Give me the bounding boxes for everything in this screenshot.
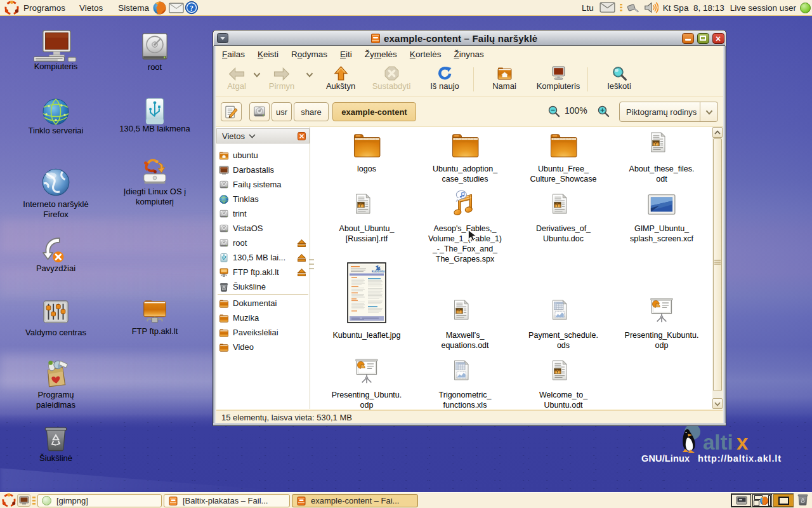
svg-text:GNU/Linux: GNU/Linux xyxy=(641,453,690,464)
svg-text:alti: alti xyxy=(703,431,733,454)
svg-text:http://baltix.akl.lt: http://baltix.akl.lt xyxy=(698,453,781,464)
svg-text:x: x xyxy=(737,431,749,454)
